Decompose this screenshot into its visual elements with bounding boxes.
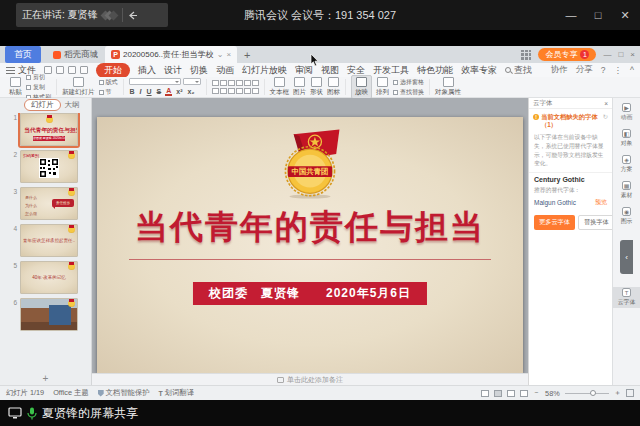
close-button[interactable]: ✕ <box>618 9 632 22</box>
translate-toggle[interactable]: T 划词翻译 <box>158 388 193 398</box>
superscript-button[interactable]: x² <box>175 88 183 95</box>
dock-diagram[interactable]: ◉图示 <box>613 206 640 227</box>
slide-sorter-view-icon[interactable] <box>494 390 502 397</box>
slide-thumbnail-1[interactable]: 1 当代青年的责任与担当 校团委 夏贤锋 2020年5月6日 <box>0 113 91 146</box>
new-slide-button[interactable]: 新建幻灯片 <box>62 77 95 97</box>
minimize-button[interactable]: — <box>564 9 578 21</box>
normal-view-icon[interactable] <box>481 390 489 397</box>
menu-tab-animation[interactable]: 动画 <box>216 64 234 77</box>
pane-collapse-handle[interactable]: ‹ <box>620 240 633 274</box>
home-tab[interactable]: 首页 <box>5 46 41 63</box>
docer-tab[interactable]: 稻壳商城 <box>46 46 105 63</box>
more-menu-icon[interactable]: ⋮ <box>614 65 623 75</box>
shape-button[interactable]: 形状 <box>310 77 323 97</box>
zoom-in-button[interactable]: ＋ <box>614 388 621 398</box>
align-right-icon[interactable] <box>228 88 235 94</box>
app-grid-icon[interactable] <box>521 50 531 60</box>
theme-name[interactable]: Office 主题 <box>53 388 89 398</box>
columns-icon[interactable] <box>244 88 251 94</box>
copy-button[interactable]: 复制 <box>26 83 51 92</box>
font-name-input[interactable] <box>129 78 181 85</box>
zoom-percent[interactable]: 58% <box>545 389 560 398</box>
notes-bar[interactable]: 单击此处添加备注 <box>92 373 528 385</box>
add-slide-button[interactable]: + <box>0 373 91 385</box>
object-props-button[interactable]: 对象属性 <box>435 77 461 97</box>
picture-button[interactable]: 图片 <box>293 77 306 97</box>
wps-close-button[interactable]: × <box>630 50 635 59</box>
menu-tab-features[interactable]: 特色功能 <box>417 64 453 77</box>
redo-icon[interactable] <box>80 66 88 74</box>
slideshow-view-icon[interactable] <box>520 390 528 397</box>
menu-tab-design[interactable]: 设计 <box>164 64 182 77</box>
menu-tab-insert[interactable]: 插入 <box>138 64 156 77</box>
layout-button[interactable]: 版式 <box>99 78 118 87</box>
subscript-button[interactable]: x₂ <box>187 88 196 95</box>
doc-protect-toggle[interactable]: 文档智能保护 <box>98 388 150 398</box>
cut-button[interactable]: 剪切 <box>26 73 51 82</box>
preview-link[interactable]: 预览 <box>595 198 607 207</box>
tab-slides[interactable]: 幻灯片 <box>24 99 61 111</box>
maximize-button[interactable]: □ <box>591 9 605 21</box>
reading-view-icon[interactable] <box>507 390 515 397</box>
zoom-slider[interactable] <box>565 393 609 394</box>
zoom-slider-knob[interactable] <box>590 390 596 396</box>
justify-icon[interactable] <box>236 88 243 94</box>
dock-animation[interactable]: ▶动画 <box>613 102 640 123</box>
font-color-button[interactable]: A <box>165 87 172 96</box>
slide-footer-banner[interactable]: 校团委 夏贤锋 2020年5月6日 <box>193 282 427 305</box>
ribbon-collapse-icon[interactable]: ^ <box>630 65 634 75</box>
new-tab-button[interactable]: + <box>244 49 250 61</box>
play-button[interactable]: 放映 <box>351 75 372 99</box>
section-button[interactable]: 节 <box>99 88 118 97</box>
wps-maximize-button[interactable]: □ <box>618 50 623 59</box>
slide-thumbnail-5[interactable]: 5 40年·改革的记忆 <box>0 261 91 294</box>
document-tab[interactable]: P 20200506..责任·担当学校 ⌄ × <box>105 46 237 63</box>
arrange-button[interactable]: 排列 <box>376 77 389 97</box>
icon-library-button[interactable]: 图标 <box>327 77 340 97</box>
share-button[interactable]: 分享 <box>576 64 593 76</box>
textbox-button[interactable]: 文本框 <box>270 77 290 97</box>
slide-thumbnail-4[interactable]: 4 青年应该怎样承担起责任… <box>0 224 91 257</box>
numbering-icon[interactable] <box>220 80 227 86</box>
dock-cloud-font[interactable]: T云字体 <box>613 287 640 308</box>
align-center-icon[interactable] <box>220 88 227 94</box>
paste-button[interactable]: 粘贴 <box>9 77 22 97</box>
member-promo-button[interactable]: 会员专享 1 <box>538 48 596 61</box>
fit-screen-icon[interactable] <box>626 389 634 397</box>
find-button[interactable]: 查找 <box>505 64 532 77</box>
find-replace-button[interactable]: 查找替换 <box>393 88 424 97</box>
align-left-icon[interactable] <box>212 88 219 94</box>
slide-thumbnail-6[interactable]: 6 <box>0 298 91 331</box>
line-spacing-icon[interactable] <box>244 80 251 86</box>
tab-close-icon[interactable]: × <box>226 50 231 59</box>
underline-button[interactable]: U <box>146 88 153 95</box>
slide-thumbnail-3[interactable]: 3 是什么 为什么 怎么做 责任担当 <box>0 187 91 220</box>
indent-icon[interactable] <box>236 80 243 86</box>
collab-button[interactable]: 协作 <box>551 64 568 76</box>
menu-tab-slideshow[interactable]: 幻灯片放映 <box>242 64 287 77</box>
dock-object[interactable]: ◧对象 <box>613 128 640 149</box>
help-button[interactable]: ? <box>601 65 606 75</box>
replacement-row[interactable]: Malgun Gothic 预览 <box>529 197 612 211</box>
menu-tab-view[interactable]: 视图 <box>321 64 339 77</box>
current-slide[interactable]: 中国共青团 当代青年的责任与担当 校团委 夏贤锋 2020年5月6日 <box>97 117 523 373</box>
slide-thumbnail-2[interactable]: 2 扫码签到 <box>0 150 91 183</box>
menu-tab-home[interactable]: 开始 <box>96 63 130 78</box>
menu-tab-devtools[interactable]: 开发工具 <box>373 64 409 77</box>
text-direction-icon[interactable] <box>252 80 259 86</box>
bullets-icon[interactable] <box>212 80 219 86</box>
print-icon[interactable] <box>56 66 64 74</box>
replace-font-button[interactable]: 替换字体 <box>578 215 615 230</box>
bold-button[interactable]: B <box>129 88 136 95</box>
slide-title[interactable]: 当代青年的责任与担当 <box>97 205 523 250</box>
zoom-out-button[interactable]: － <box>533 388 540 398</box>
strike-button[interactable]: S <box>156 88 163 95</box>
menu-tab-expert[interactable]: 效率专家 <box>461 64 497 77</box>
font-size-input[interactable] <box>183 78 201 85</box>
tab-pin-icon[interactable]: ⌄ <box>217 50 224 59</box>
shrink-text-icon[interactable] <box>252 88 259 94</box>
task-pane-close-icon[interactable]: × <box>604 100 608 107</box>
more-cloud-fonts-button[interactable]: 更多云字体 <box>534 215 575 230</box>
dock-scheme[interactable]: ◈方案 <box>613 154 640 175</box>
undo-icon[interactable] <box>68 66 76 74</box>
